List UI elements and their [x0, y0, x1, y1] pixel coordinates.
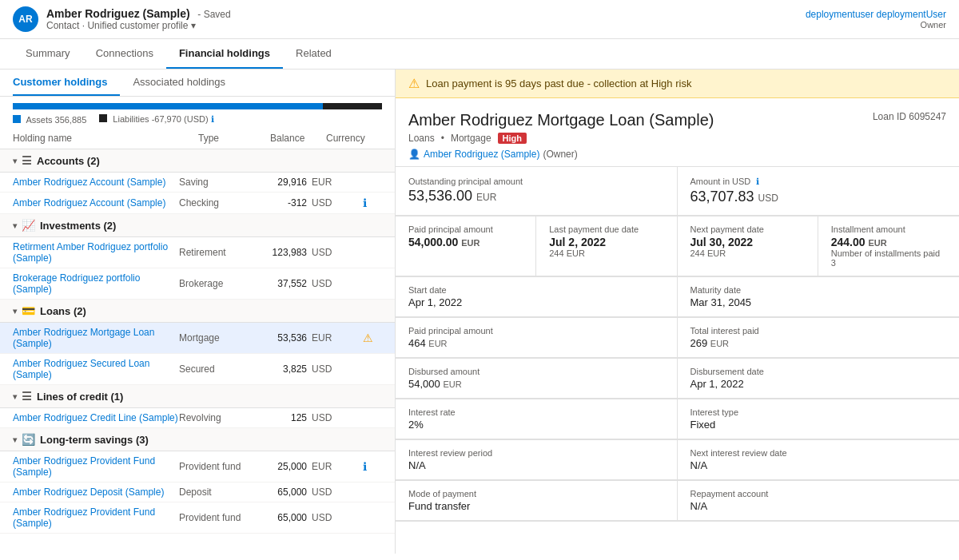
interest-type-block: Interest type Fixed	[678, 399, 960, 439]
header-subtitle: Contact · Unified customer profile ▾	[46, 20, 231, 31]
account-row-2[interactable]: Amber Rodriguez Account (Sample) Checkin…	[0, 193, 395, 214]
section-loans[interactable]: ▾ 💳 Loans (2)	[0, 300, 395, 323]
avatar: AR	[13, 6, 38, 32]
customer-name: Amber Rodriguez (Sample)	[46, 7, 190, 20]
total-interest-block: Total interest paid 269 EUR	[678, 318, 960, 358]
interest-rate-block: Interest rate 2%	[396, 399, 678, 439]
lts-row-2[interactable]: Amber Rodriguez Deposit (Sample) Deposit…	[0, 483, 395, 502]
sub-tab-customer-holdings[interactable]: Customer holdings	[13, 70, 120, 96]
info-icon-lts1: ℹ	[363, 460, 382, 473]
mode-of-payment-block: Mode of payment Fund transfer	[396, 481, 678, 521]
account-row-1[interactable]: Amber Rodriguez Account (Sample) Saving …	[0, 173, 395, 193]
tab-connections[interactable]: Connections	[83, 39, 166, 69]
last-payment-block: Last payment due date Jul 2, 2022 244 EU…	[536, 216, 677, 276]
outstanding-label: Outstanding principal amount	[408, 177, 664, 186]
tab-financial-holdings[interactable]: Financial holdings	[166, 39, 283, 69]
amount-usd-value: 63,707.83 USD	[690, 189, 947, 205]
person-icon: 👤	[408, 149, 420, 160]
assets-bar	[13, 103, 323, 109]
maturity-block: Maturity date Mar 31, 2045	[678, 277, 960, 317]
detail-principal: Paid principal amount 464 EUR Total inte…	[396, 318, 959, 359]
lts-row-1[interactable]: Amber Rodriguez Provident Fund (Sample) …	[0, 451, 395, 483]
right-panel: ⚠ Loan payment is 95 days past due - col…	[396, 70, 959, 554]
detail-interest: Interest rate 2% Interest type Fixed	[396, 399, 959, 440]
tab-related[interactable]: Related	[283, 39, 344, 69]
tab-summary[interactable]: Summary	[13, 39, 83, 69]
loc-row-1[interactable]: Amber Rodriguez Credit Line (Sample) Rev…	[0, 408, 395, 428]
chevron-investments: ▾	[13, 221, 17, 230]
investment-row-1[interactable]: Retirment Amber Rodriguez portfolio (Sam…	[0, 237, 395, 268]
loan-row-2[interactable]: Amber Rodriguez Secured Loan (Sample) Se…	[0, 354, 395, 385]
assets-legend: Assets 356,885	[13, 115, 86, 125]
saved-status: - Saved	[197, 9, 230, 20]
detail-dates: Start date Apr 1, 2022 Maturity date Mar…	[396, 277, 959, 318]
accounts-label: Accounts (2)	[37, 155, 100, 167]
accounts-icon: ☰	[22, 154, 32, 167]
next-interest-block: Next interest review date N/A	[678, 440, 960, 480]
alert-text: Loan payment is 95 days past due - colle…	[426, 77, 691, 89]
info-icon-account: ℹ	[363, 197, 382, 209]
detail-meta: Loans • Mortgage High	[408, 133, 946, 144]
repayment-account-block: Repayment account N/A	[678, 481, 960, 521]
stats-4col: Paid principal amount 54,000.00 EUR Last…	[396, 216, 959, 277]
loan-title: Amber Rodriguez Mortgage Loan (Sample)	[408, 111, 714, 129]
lts-row-3[interactable]: Amber Rodriguez Provident Fund (Sample) …	[0, 502, 395, 534]
col-balance: Balance	[270, 133, 326, 144]
section-long-term-savings[interactable]: ▾ 🔄 Long-term savings (3)	[0, 428, 395, 451]
chevron-loans: ▾	[13, 307, 17, 316]
detail-header: Amber Rodriguez Mortgage Loan (Sample) L…	[396, 98, 959, 167]
section-lines-of-credit[interactable]: ▾ ☰ Lines of credit (1)	[0, 385, 395, 408]
outstanding-value: 53,536.00 EUR	[408, 188, 664, 205]
loc-icon: ☰	[22, 390, 32, 403]
alert-icon: ⚠	[408, 76, 420, 91]
header: AR Amber Rodriguez (Sample) - Saved Cont…	[0, 0, 959, 39]
loc-label: Lines of credit (1)	[37, 391, 123, 403]
user-info: deploymentuser deploymentUser Owner	[806, 9, 946, 30]
loan-id: Loan ID 6095247	[873, 111, 946, 122]
investments-label: Investments (2)	[40, 220, 116, 232]
chevron-loc: ▾	[13, 392, 17, 401]
lts-label: Long-term savings (3)	[40, 434, 149, 446]
header-left: AR Amber Rodriguez (Sample) - Saved Cont…	[13, 6, 231, 32]
lts-icon: 🔄	[22, 433, 35, 446]
header-info: Amber Rodriguez (Sample) - Saved Contact…	[46, 7, 231, 31]
nav-tabs: Summary Connections Financial holdings R…	[0, 39, 959, 70]
loans-icon: 💳	[22, 304, 35, 317]
progress-bar	[13, 103, 382, 109]
disbursement-date-block: Disbursement date Apr 1, 2022	[678, 359, 960, 399]
assets-dot	[13, 115, 21, 123]
sub-tab-associated-holdings[interactable]: Associated holdings	[133, 70, 238, 96]
paid-principal2-block: Paid principal amount 464 EUR	[396, 318, 678, 358]
liabilities-bar	[323, 103, 382, 109]
main-content: Customer holdings Associated holdings As…	[0, 70, 959, 554]
interest-review-block: Interest review period N/A	[396, 440, 678, 480]
investments-icon: 📈	[22, 219, 35, 232]
table-header: Holding name Type Balance Currency	[0, 128, 395, 149]
stats-top: Outstanding principal amount 53,536.00 E…	[396, 167, 959, 216]
left-panel: Customer holdings Associated holdings As…	[0, 70, 396, 554]
section-accounts[interactable]: ▾ ☰ Accounts (2)	[0, 149, 395, 173]
col-holding-name: Holding name	[13, 133, 198, 144]
loans-label: Loans (2)	[40, 305, 86, 317]
start-date-block: Start date Apr 1, 2022	[396, 277, 678, 317]
detail-review: Interest review period N/A Next interest…	[396, 440, 959, 481]
risk-badge: High	[498, 133, 527, 144]
col-currency: Currency	[326, 133, 382, 144]
header-name-row: Amber Rodriguez (Sample) - Saved	[46, 7, 231, 20]
alert-banner: ⚠ Loan payment is 95 days past due - col…	[396, 70, 959, 98]
paid-principal-block: Paid principal amount 54,000.00 EUR	[396, 216, 536, 276]
amount-usd-block: Amount in USD ℹ 63,707.83 USD	[678, 167, 960, 216]
progress-legend: Assets 356,885 Liabilities -67,970 (USD)…	[13, 114, 382, 125]
info-icon: ℹ	[211, 114, 214, 124]
section-investments[interactable]: ▾ 📈 Investments (2)	[0, 214, 395, 237]
disbursed-amount-block: Disbursed amount 54,000 EUR	[396, 359, 678, 399]
outstanding-block: Outstanding principal amount 53,536.00 E…	[396, 167, 678, 216]
sub-tabs: Customer holdings Associated holdings	[0, 70, 395, 97]
progress-area: Assets 356,885 Liabilities -67,970 (USD)…	[0, 97, 395, 128]
detail-payment: Mode of payment Fund transfer Repayment …	[396, 481, 959, 522]
chevron-lts: ▾	[13, 435, 17, 444]
loan-row-1[interactable]: Amber Rodriguez Mortgage Loan (Sample) M…	[0, 323, 395, 354]
investment-row-2[interactable]: Brokerage Rodriguez portfolio (Sample) B…	[0, 268, 395, 300]
warning-icon-loan: ⚠	[363, 332, 382, 344]
next-payment-block: Next payment date Jul 30, 2022 244 EUR	[678, 216, 818, 276]
